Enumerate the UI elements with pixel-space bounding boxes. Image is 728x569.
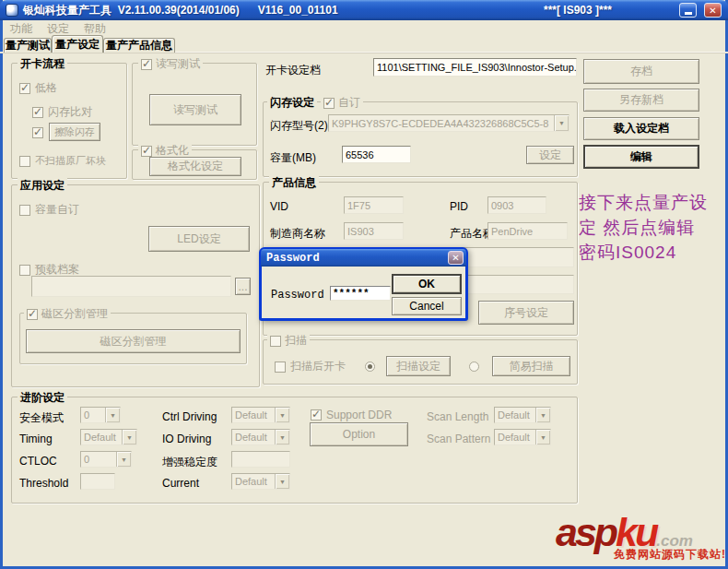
checkbox-label: 读写测试 [156, 56, 200, 72]
scan-pattern-value: Default [495, 430, 535, 445]
checkbox-scan[interactable]: 扫描 [267, 333, 310, 349]
scan-pattern-label: Scan Pattern [427, 433, 490, 445]
threshold-field[interactable] [80, 473, 115, 490]
checkbox-icon [323, 98, 335, 109]
capacity-label: 容量(MB) [270, 150, 316, 166]
easy-scan-button[interactable]: 简易扫描 [492, 356, 570, 376]
capacity-set-button[interactable]: 设定 [526, 146, 574, 164]
dialog-close-button[interactable]: ✕ [448, 251, 464, 265]
chevron-down-icon: ▼ [122, 430, 136, 445]
group-scan: 扫描 扫描后开卡 扫描设定 简易扫描 [263, 339, 578, 385]
ctloc-value: 0 [81, 452, 116, 467]
group-advanced-title: 进阶设定 [18, 390, 67, 406]
checkbox-icon [311, 409, 322, 421]
vid-field[interactable]: 1F75 [344, 196, 404, 214]
vid-label: VID [270, 200, 288, 213]
checkbox-flash-compare[interactable]: 闪存比对 [32, 104, 92, 120]
tab-production-setting[interactable]: 量产设定 [52, 35, 103, 53]
minimize-button[interactable] [679, 3, 697, 18]
ctloc-label: CTLOC [19, 455, 57, 468]
io-driving-dropdown[interactable]: Default ▼ [231, 429, 290, 445]
browse-button[interactable]: ... [235, 278, 251, 295]
close-icon: ✕ [709, 6, 716, 16]
load-setting-button[interactable]: 载入设定档 [583, 117, 699, 140]
annotation-note: 接下来点量产设 定 然后点编辑 密码IS0024 [579, 190, 728, 265]
checkbox-rw-test[interactable]: 读写测试 [138, 56, 203, 72]
checkbox-custom[interactable]: 自订 [321, 95, 363, 111]
scan-length-dropdown[interactable]: Default ▼ [494, 407, 551, 423]
checkbox-icon [19, 205, 30, 216]
chevron-down-icon: ▼ [554, 115, 569, 131]
preload-path-field[interactable] [31, 276, 231, 297]
checkbox-erase-flash[interactable] [32, 127, 43, 138]
ok-button[interactable]: OK [392, 274, 462, 294]
timing-dropdown[interactable]: Default ▼ [80, 429, 137, 445]
setting-file-field[interactable]: 1101\SETTING_FILE_IS903\Innostor-Setup.i… [373, 58, 577, 77]
timing-label: Timing [19, 433, 53, 445]
group-flash-setting: 闪存设定 自订 闪存型号(2) K9PHGY8S7C-ECDEDEA4A4323… [263, 101, 578, 177]
option-button[interactable]: Option [310, 422, 408, 446]
led-setting-button[interactable]: LED设定 [148, 226, 250, 252]
checkbox-capacity-custom[interactable]: 容量自订 [19, 202, 79, 218]
annotation-line: 接下来点量产设 [579, 190, 728, 215]
chevron-down-icon: ▼ [105, 408, 120, 422]
watermark: aspku.com 免费网站源码下载站! [556, 513, 726, 560]
group-flash-setting-title: 闪存设定 [267, 95, 317, 111]
menu-item-function[interactable]: 功能 [3, 21, 40, 37]
group-partition: 磁区分割管理 磁区分割管理 [19, 313, 247, 364]
cancel-button[interactable]: Cancel [392, 297, 462, 315]
checkbox-low-level-format[interactable]: 低格 [19, 80, 57, 96]
menu-item-settings[interactable]: 设定 [40, 21, 76, 37]
product-name-field[interactable]: PenDrive [487, 222, 568, 240]
scan-length-label: Scan Length [427, 410, 488, 423]
ctrl-driving-label: Ctrl Driving [162, 410, 217, 423]
scan-setting-button[interactable]: 扫描设定 [386, 356, 451, 376]
tab-bar: 量产测试 量产设定 量产产品信息 [3, 36, 725, 53]
vendor-field[interactable]: IS903 [344, 222, 404, 240]
current-dropdown[interactable]: Default ▼ [231, 473, 290, 490]
stability-label: 增强稳定度 [162, 455, 217, 470]
pid-field[interactable]: 0903 [487, 196, 546, 214]
current-label: Current [162, 477, 199, 490]
save-as-button[interactable]: 另存新档 [583, 89, 699, 112]
serial-setting-button[interactable]: 序号设定 [478, 301, 574, 325]
group-card-flow-title: 开卡流程 [18, 56, 67, 72]
format-setting-button[interactable]: 格式化设定 [149, 157, 241, 176]
checkbox-no-scan-bad-block[interactable]: 不扫描原厂坏块 [19, 154, 106, 168]
save-button[interactable]: 存档 [583, 59, 699, 84]
checkbox-label: 磁区分割管理 [41, 306, 108, 322]
checkbox-scan-after-open[interactable]: 扫描后开卡 [275, 359, 346, 374]
menu-item-help[interactable]: 帮助 [76, 21, 113, 37]
window-status: ***[ IS903 ]*** [544, 4, 612, 17]
group-product-info-title: 产品信息 [269, 175, 319, 191]
password-input[interactable]: ****** [330, 286, 391, 301]
ctrl-driving-dropdown[interactable]: Default ▼ [231, 407, 290, 423]
password-dialog-titlebar: Password ✕ [261, 249, 466, 267]
ctrl-driving-value: Default [232, 408, 275, 422]
stability-field[interactable] [231, 451, 290, 468]
rw-test-button[interactable]: 读写测试 [149, 94, 241, 125]
io-driving-label: IO Driving [162, 433, 211, 445]
tab-production-test[interactable]: 量产测试 [4, 38, 52, 53]
security-mode-dropdown[interactable]: 0 ▼ [80, 407, 121, 423]
checkbox-label: 扫描后开卡 [290, 359, 346, 374]
checkbox-partition-manage[interactable]: 磁区分割管理 [24, 306, 111, 322]
tab-product-info[interactable]: 量产产品信息 [103, 38, 175, 53]
security-mode-label: 安全模式 [19, 410, 64, 426]
edit-button[interactable]: 编辑 [583, 145, 699, 169]
flash-model-dropdown[interactable]: K9PHGY8S7C-ECDEDEA4A432326868C5C5-8 ▼ [328, 114, 569, 132]
checkbox-icon [275, 362, 286, 373]
radio-scan-setting[interactable] [365, 362, 375, 372]
capacity-field[interactable]: 65536 [342, 146, 411, 163]
window-title: 银灿科技量产工具 V2.11.00.39(2014/01/06) V116_00… [23, 3, 338, 18]
chevron-down-icon: ▼ [275, 430, 289, 445]
scan-pattern-dropdown[interactable]: Default ▼ [494, 429, 551, 445]
radio-easy-scan[interactable] [469, 362, 479, 372]
ctloc-dropdown[interactable]: 0 ▼ [80, 451, 132, 468]
erase-flash-button[interactable]: 擦除闪存 [49, 123, 100, 141]
partition-manage-button[interactable]: 磁区分割管理 [26, 329, 241, 353]
chevron-down-icon: ▼ [535, 408, 550, 422]
chevron-down-icon: ▼ [535, 430, 550, 445]
close-button[interactable]: ✕ [704, 3, 722, 18]
checkbox-support-ddr[interactable]: Support DDR [311, 409, 392, 421]
